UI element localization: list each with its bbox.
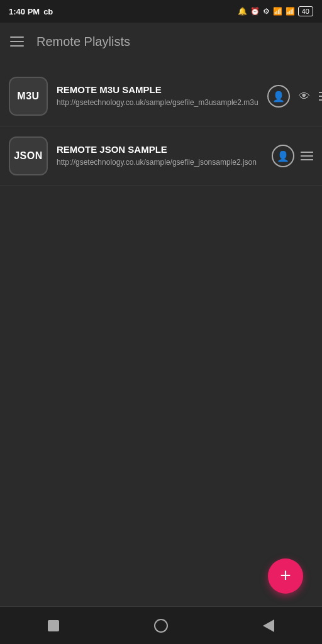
playlist-name-m3u: REMOTE M3U SAMPLE (57, 84, 258, 95)
playlist-info-json: REMOTE JSON SAMPLE http://gsetechnology.… (57, 144, 263, 168)
playlist-info-m3u: REMOTE M3U SAMPLE http://gsetechnology.c… (57, 84, 258, 108)
playlist-item-m3u: M3U REMOTE M3U SAMPLE http://gsetechnolo… (0, 67, 322, 126)
back-icon (263, 619, 274, 632)
more-menu-btn-json[interactable] (301, 152, 313, 160)
playlist-type-label-json: JSON (14, 150, 43, 162)
nav-bar (0, 606, 322, 644)
person-icon-btn-json[interactable]: 👤 (272, 145, 294, 167)
nav-home-button[interactable] (145, 613, 177, 638)
page-title: Remote Playlists (36, 35, 130, 49)
battery-indicator: 40 (298, 6, 313, 16)
playlist-actions-m3u: 👤 👁 (267, 85, 322, 108)
nav-stop-button[interactable] (38, 613, 69, 638)
playlist-icon-json: JSON (9, 136, 48, 175)
alarm-icon: 🔔 (238, 7, 247, 16)
clock-icon: ⏰ (250, 7, 260, 16)
status-carrier: cb (43, 7, 53, 16)
eye-icon: 👁 (299, 90, 310, 103)
more-menu-btn-m3u[interactable] (319, 92, 322, 101)
playlist-list: M3U REMOTE M3U SAMPLE http://gsetechnolo… (0, 60, 322, 606)
playlist-icon-m3u: M3U (9, 77, 48, 116)
menu-button[interactable] (10, 36, 24, 47)
playlist-item-json: JSON REMOTE JSON SAMPLE http://gsetechno… (0, 126, 322, 186)
settings-icon: ⚙ (263, 7, 270, 16)
add-playlist-button[interactable]: + (268, 558, 303, 594)
person-icon-json: 👤 (277, 150, 289, 162)
signal-icon: 📶 (273, 7, 282, 16)
home-icon (154, 619, 168, 633)
status-time: 1:40 PM (9, 7, 40, 16)
person-icon-btn-m3u[interactable]: 👤 (267, 85, 290, 108)
playlist-type-label-m3u: M3U (17, 91, 39, 102)
playlist-url-json: http://gsetechnology.co.uk/sample/gsefil… (57, 157, 263, 168)
status-right: 🔔 ⏰ ⚙ 📶 📶 40 (238, 6, 313, 16)
status-bar: 1:40 PM cb 🔔 ⏰ ⚙ 📶 📶 40 (0, 0, 322, 23)
app-bar: Remote Playlists (0, 23, 322, 60)
playlist-actions-json: 👤 (272, 145, 313, 167)
fab-container: + (268, 558, 303, 594)
nav-back-button[interactable] (253, 613, 284, 638)
person-icon: 👤 (272, 91, 285, 103)
add-icon: + (280, 566, 291, 585)
playlist-name-json: REMOTE JSON SAMPLE (57, 144, 263, 155)
eye-icon-btn-m3u[interactable]: 👁 (296, 87, 313, 106)
wifi-icon: 📶 (286, 7, 295, 16)
playlist-url-m3u: http://gsetechnology.co.uk/sample/gsefil… (57, 97, 258, 108)
stop-icon (48, 620, 59, 631)
status-left: 1:40 PM cb (9, 7, 53, 16)
